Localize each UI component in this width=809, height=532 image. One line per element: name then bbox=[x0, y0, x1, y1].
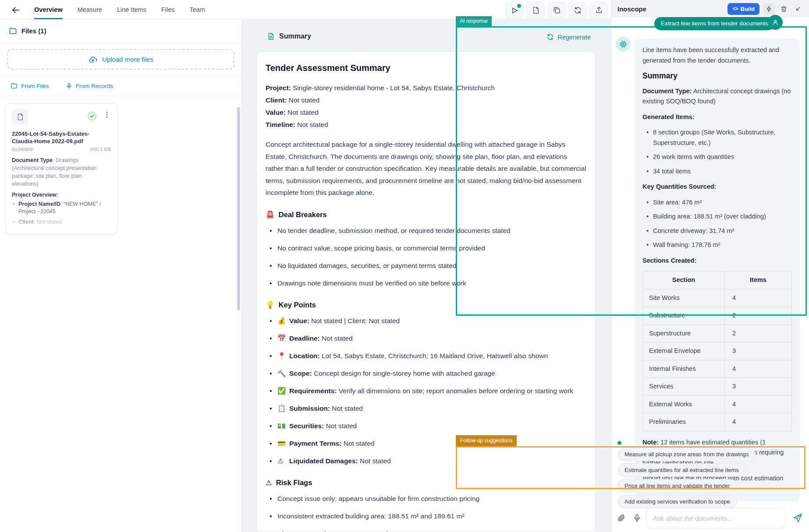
processed-check-icon bbox=[87, 111, 97, 121]
followup-suggestion-chips: Measure all pickup zone areas from the d… bbox=[617, 447, 756, 508]
build-button[interactable]: <> Build bbox=[727, 3, 759, 15]
assistant-avatar bbox=[616, 37, 631, 52]
run-status-dot bbox=[517, 4, 521, 8]
microphone-icon bbox=[66, 83, 72, 89]
key-point-item: 📍Location: Lot 54, Sabys Estate, Christc… bbox=[266, 350, 586, 362]
build-label: Build bbox=[741, 6, 755, 12]
key-points-heading: 💡 Key Points bbox=[266, 301, 586, 309]
sections-table-row: External Envelope 3 bbox=[643, 342, 792, 360]
export-button[interactable] bbox=[589, 1, 608, 19]
tab-line-items[interactable]: Line Items bbox=[117, 0, 146, 19]
quick-actions-button[interactable] bbox=[763, 3, 775, 15]
deal-breakers-heading: 🚨 Deal Breakers bbox=[266, 211, 586, 219]
key-point-icon: 💰 bbox=[277, 315, 289, 327]
risk-flag-item: Inconsistent extracted building area: 18… bbox=[266, 510, 586, 522]
main-tabs: Overview Measure Line Items Files Team bbox=[34, 0, 205, 19]
risk-flags-list: Concept issue only; appears unsuitable f… bbox=[266, 493, 586, 532]
summary-panel: Summary Regenerate Tender Assessment Sum… bbox=[242, 19, 611, 532]
run-button[interactable] bbox=[505, 1, 524, 19]
upload-more-files-button[interactable]: Upload more files bbox=[7, 49, 234, 70]
message-intro: Line items have been successfully extrac… bbox=[642, 45, 792, 66]
generated-item: 8 section groups (Site Works, Substructu… bbox=[643, 127, 792, 148]
key-point-icon: ⚠ bbox=[277, 455, 289, 467]
key-point-item: ⚠Liquidated Damages: Not stated bbox=[266, 455, 586, 467]
suggestion-chip[interactable]: Estimate quantities for all extracted li… bbox=[617, 463, 746, 477]
siren-icon: 🚨 bbox=[266, 211, 275, 219]
followup-label: Follow-up suggestions bbox=[456, 435, 517, 446]
inoscope-panel: Inoscope <> Build Line items have been s… bbox=[611, 0, 809, 532]
suggestion-chip[interactable]: Price all line items and validate the te… bbox=[617, 479, 737, 493]
document-button[interactable] bbox=[526, 1, 545, 19]
ai-response-label: AI response bbox=[456, 16, 492, 26]
regenerate-button[interactable]: Regenerate bbox=[546, 33, 591, 41]
chat-input[interactable] bbox=[646, 508, 786, 528]
key-quantity-item: Site area: 476 m² bbox=[643, 197, 792, 208]
suggestion-chip[interactable]: Measure all pickup zone areas from the d… bbox=[617, 447, 756, 461]
tender-summary-card: Tender Assessment Summary Project: Singl… bbox=[256, 51, 596, 532]
key-point-icon: 📅 bbox=[277, 332, 289, 344]
summary-paragraph: Concept architectural package for a sing… bbox=[266, 138, 586, 199]
sections-table-header-section: Section bbox=[643, 271, 725, 289]
suggestion-chip[interactable]: Add existing services verification to sc… bbox=[617, 495, 737, 508]
tab-team[interactable]: Team bbox=[189, 0, 205, 19]
message-summary-heading: Summary bbox=[642, 71, 792, 81]
code-icon: <> bbox=[732, 6, 738, 12]
file-size: 990.1 KB bbox=[90, 147, 111, 152]
duplicate-button[interactable] bbox=[547, 1, 566, 19]
key-point-item: 💳Payment Terms: Not stated bbox=[266, 437, 586, 449]
from-files-tab[interactable]: From Files bbox=[11, 82, 49, 89]
key-point-icon: ✅ bbox=[277, 385, 289, 397]
sections-table-header-items: Items bbox=[725, 271, 792, 289]
tab-overview[interactable]: Overview bbox=[34, 0, 63, 19]
sections-table-row: Preliminaries 4 bbox=[643, 413, 792, 431]
deal-breaker-item: Drawings note dimensions must be verifie… bbox=[266, 277, 586, 289]
key-point-item: 🔨Scope: Concept design for single-storey… bbox=[266, 367, 586, 379]
key-points-list: 💰Value: Not stated | Client: Not stated📅… bbox=[266, 315, 586, 467]
key-point-item: 💵Securities: Not stated bbox=[266, 420, 586, 432]
send-icon[interactable] bbox=[792, 513, 803, 523]
file-hash: 0x340bfd bbox=[12, 147, 32, 152]
sections-table-row: Site Works 4 bbox=[643, 289, 792, 307]
message-document-type: Document Type: Architectural concept dra… bbox=[642, 86, 792, 107]
person-icon bbox=[771, 18, 779, 26]
folder-small-icon bbox=[11, 82, 18, 89]
tab-files[interactable]: Files bbox=[161, 0, 175, 19]
file-type-icon bbox=[12, 109, 28, 125]
file-card[interactable]: 22045-Lot-54-Sabys-Estates-Claudia-Home … bbox=[5, 103, 117, 235]
sections-table: Section Items Site Works 4 Substructure … bbox=[642, 271, 792, 431]
file-overview-item: Location: Lot 54, Sabys Estate, Christch… bbox=[12, 229, 111, 235]
sections-table-row: External Works 4 bbox=[643, 395, 792, 413]
upload-section: Upload more files bbox=[0, 43, 241, 76]
project-overview-label: Project Overview: bbox=[12, 192, 111, 198]
info-line: Value: Not stated bbox=[266, 106, 586, 119]
key-quantities-list: Site area: 476 m²Building area: 188.51 m… bbox=[643, 197, 792, 250]
generated-items-list: 8 section groups (Site Works, Substructu… bbox=[643, 127, 792, 176]
trash-icon bbox=[780, 5, 788, 13]
key-point-icon: 💳 bbox=[277, 437, 289, 449]
upload-cloud-icon bbox=[88, 55, 98, 64]
sidebar-scrollbar[interactable] bbox=[237, 107, 240, 310]
suggestions-status-dot bbox=[617, 441, 621, 445]
voice-input-icon[interactable] bbox=[633, 512, 641, 524]
files-header-row: Files (1) bbox=[0, 19, 241, 43]
user-avatar[interactable] bbox=[768, 15, 783, 30]
file-menu-icon[interactable] bbox=[104, 111, 110, 118]
key-point-icon: 📍 bbox=[277, 350, 289, 362]
generated-item: 26 work items with quantities bbox=[643, 152, 792, 162]
info-line: Project: Single-storey residential home … bbox=[266, 82, 586, 94]
summary-info-lines: Project: Single-storey residential home … bbox=[266, 82, 586, 131]
attachment-icon[interactable] bbox=[617, 513, 626, 523]
from-records-tab[interactable]: From Records bbox=[66, 83, 114, 89]
sections-created-label: Sections Created: bbox=[642, 256, 792, 266]
file-document-type: Document Type: Drawings (Architectural c… bbox=[12, 156, 111, 188]
refresh-button[interactable] bbox=[568, 1, 587, 19]
collapse-panel-button[interactable] bbox=[792, 4, 803, 14]
key-point-item: 📅Deadline: Not stated bbox=[266, 332, 586, 344]
delete-chat-button[interactable] bbox=[778, 4, 789, 14]
extract-line-items-tooltip: Extract line items from tender documents bbox=[654, 17, 775, 30]
tab-measure[interactable]: Measure bbox=[78, 0, 102, 19]
folder-icon bbox=[9, 27, 17, 35]
back-icon[interactable] bbox=[11, 5, 21, 15]
from-files-label: From Files bbox=[21, 83, 49, 89]
tender-summary-title: Tender Assessment Summary bbox=[266, 63, 586, 73]
